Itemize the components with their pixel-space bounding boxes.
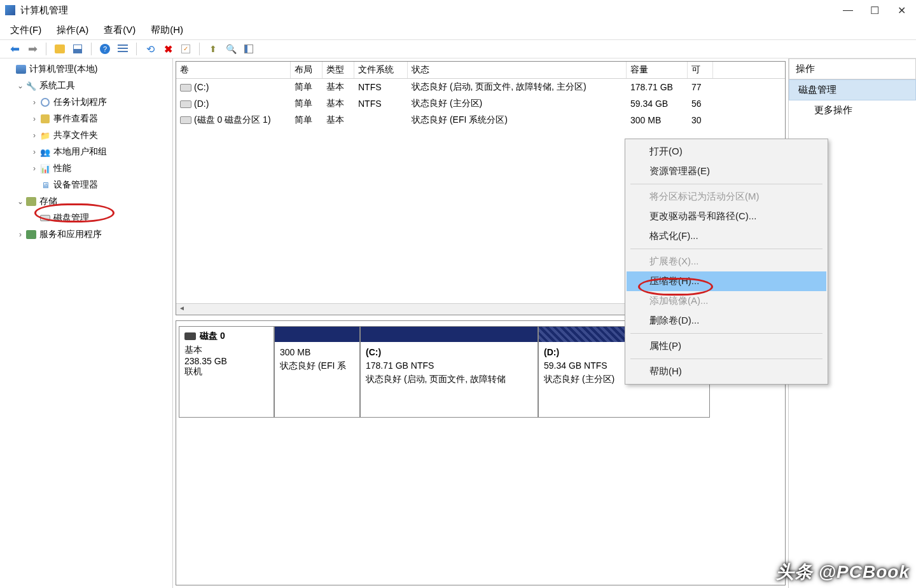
ctx-separator <box>630 359 822 359</box>
watermark: 头条 @PCBook <box>776 560 910 584</box>
cell: 简单 <box>291 97 323 111</box>
tree-label: 性能 <box>53 163 71 174</box>
cell: 简单 <box>291 113 323 127</box>
cell: 简单 <box>291 80 323 94</box>
table-row[interactable]: (D:) 简单 基本 NTFS 状态良好 (主分区) 59.34 GB 56 <box>176 95 785 112</box>
close-button[interactable]: ✕ <box>897 6 906 15</box>
nav-tree: 计算机管理(本地) ⌄🔧系统工具 ›任务计划程序 ›事件查看器 ›📁共享文件夹 … <box>0 58 173 588</box>
disk-name: 磁盘 0 <box>200 331 225 342</box>
tree-label: 服务和应用程序 <box>39 229 102 240</box>
delete-button[interactable]: ✖ <box>161 42 175 56</box>
drive-icon <box>180 116 191 124</box>
table-row[interactable]: (磁盘 0 磁盘分区 1) 简单 基本 状态良好 (EFI 系统分区) 300 … <box>176 112 785 128</box>
search-button[interactable]: 🔍 <box>224 42 238 56</box>
ctx-separator <box>630 333 822 334</box>
tree-event-viewer[interactable]: ›事件查看器 <box>0 111 172 127</box>
menu-help[interactable]: 帮助(H) <box>151 24 183 36</box>
ctx-separator <box>630 184 822 184</box>
tree-services[interactable]: ›服务和应用程序 <box>0 226 172 243</box>
col-filesystem[interactable]: 文件系统 <box>354 62 408 78</box>
tree-label: 设备管理器 <box>53 179 98 191</box>
tree-disk-management[interactable]: 磁盘管理 <box>0 210 172 226</box>
cell: 30 <box>688 114 713 126</box>
menu-action[interactable]: 操作(A) <box>57 24 88 36</box>
partition-c[interactable]: (C:) 178.71 GB NTFS 状态良好 (启动, 页面文件, 故障转储 <box>360 326 538 418</box>
partition-name: (C:) <box>366 346 532 359</box>
ctx-separator <box>630 249 822 249</box>
partition-efi[interactable]: 300 MB 状态良好 (EFI 系 <box>274 326 360 418</box>
tree-label: 共享文件夹 <box>53 130 98 141</box>
disk-icon <box>184 332 196 340</box>
toolbar-separator <box>46 43 46 55</box>
tree-label: 存储 <box>39 196 57 207</box>
table-row[interactable]: (C:) 简单 基本 NTFS 状态良好 (启动, 页面文件, 故障转储, 主分… <box>176 79 785 95</box>
actions-header: 操作 <box>789 58 916 79</box>
col-type[interactable]: 类型 <box>323 62 354 78</box>
partition-status: 状态良好 (EFI 系 <box>280 359 354 373</box>
tree-label: 事件查看器 <box>53 113 98 125</box>
ctx-shrink[interactable]: 压缩卷(H)... <box>627 271 826 291</box>
back-button[interactable]: ⬅ <box>8 42 22 56</box>
ctx-delete[interactable]: 删除卷(D)... <box>627 311 826 331</box>
partition-status: 状态良好 (启动, 页面文件, 故障转储 <box>366 373 532 386</box>
partition-bar <box>275 327 359 342</box>
volume-table-header: 卷 布局 类型 文件系统 状态 容量 可 <box>176 62 785 79</box>
ctx-explorer[interactable]: 资源管理器(E) <box>627 161 826 181</box>
ctx-change-letter[interactable]: 更改驱动器号和路径(C)... <box>627 207 826 226</box>
properties-button[interactable] <box>242 42 256 56</box>
cell: 基本 <box>323 80 354 94</box>
actions-group[interactable]: 磁盘管理 <box>789 79 916 100</box>
show-hide-tree-button[interactable] <box>71 42 85 56</box>
cell: 77 <box>688 81 713 93</box>
menu-file[interactable]: 文件(F) <box>10 24 41 36</box>
menu-view[interactable]: 查看(V) <box>104 24 135 36</box>
forward-button[interactable]: ➡ <box>25 42 39 56</box>
col-status[interactable]: 状态 <box>408 62 627 78</box>
tree-local-users[interactable]: ›👥本地用户和组 <box>0 144 172 160</box>
ctx-properties[interactable]: 属性(P) <box>627 336 826 356</box>
cell: 状态良好 (启动, 页面文件, 故障转储, 主分区) <box>408 80 627 94</box>
tree-shared-folders[interactable]: ›📁共享文件夹 <box>0 127 172 144</box>
partition-size: 300 MB <box>280 346 354 359</box>
cell: 基本 <box>323 113 354 127</box>
tree-storage[interactable]: ⌄存储 <box>0 193 172 210</box>
col-free[interactable]: 可 <box>688 62 713 78</box>
tree-root[interactable]: 计算机管理(本地) <box>0 61 172 78</box>
ctx-mark-active: 将分区标记为活动分区(M) <box>627 187 826 207</box>
ctx-format[interactable]: 格式化(F)... <box>627 226 826 246</box>
actions-more[interactable]: 更多操作 <box>789 100 916 120</box>
check-button[interactable]: ✓ <box>179 42 193 56</box>
list-view-button[interactable] <box>116 42 130 56</box>
toolbar-separator <box>136 43 137 55</box>
col-volume[interactable]: 卷 <box>176 62 291 78</box>
cell: (C:) <box>194 82 209 92</box>
export-button[interactable]: ⬆ <box>206 42 220 56</box>
refresh-button[interactable]: ⟲ <box>143 42 157 56</box>
window-controls: — ☐ ✕ <box>843 6 911 15</box>
tree-system-tools[interactable]: ⌄🔧系统工具 <box>0 78 172 94</box>
tree-task-scheduler[interactable]: ›任务计划程序 <box>0 94 172 111</box>
tree-device-manager[interactable]: 🖥设备管理器 <box>0 177 172 193</box>
cell: 状态良好 (主分区) <box>408 97 627 111</box>
app-icon <box>5 5 15 15</box>
cell <box>354 119 408 121</box>
col-capacity[interactable]: 容量 <box>627 62 688 78</box>
up-folder-button[interactable] <box>53 42 67 56</box>
cell: NTFS <box>354 97 408 110</box>
drive-icon <box>180 100 191 108</box>
tree-performance[interactable]: ›📊性能 <box>0 160 172 177</box>
tree-label: 磁盘管理 <box>53 212 89 224</box>
partition-bar <box>361 327 538 342</box>
cell: 59.34 GB <box>627 97 688 110</box>
tree-label: 系统工具 <box>39 80 75 92</box>
tree-label: 本地用户和组 <box>53 146 107 158</box>
minimize-button[interactable]: — <box>843 6 852 15</box>
disk-size: 238.35 GB <box>184 356 268 366</box>
ctx-open[interactable]: 打开(O) <box>627 142 826 161</box>
cell: 56 <box>688 97 713 110</box>
ctx-help[interactable]: 帮助(H) <box>627 362 826 381</box>
disk-info[interactable]: 磁盘 0 基本 238.35 GB 联机 <box>179 326 274 418</box>
maximize-button[interactable]: ☐ <box>870 6 879 15</box>
col-layout[interactable]: 布局 <box>291 62 323 78</box>
help-button[interactable]: ? <box>98 42 112 56</box>
